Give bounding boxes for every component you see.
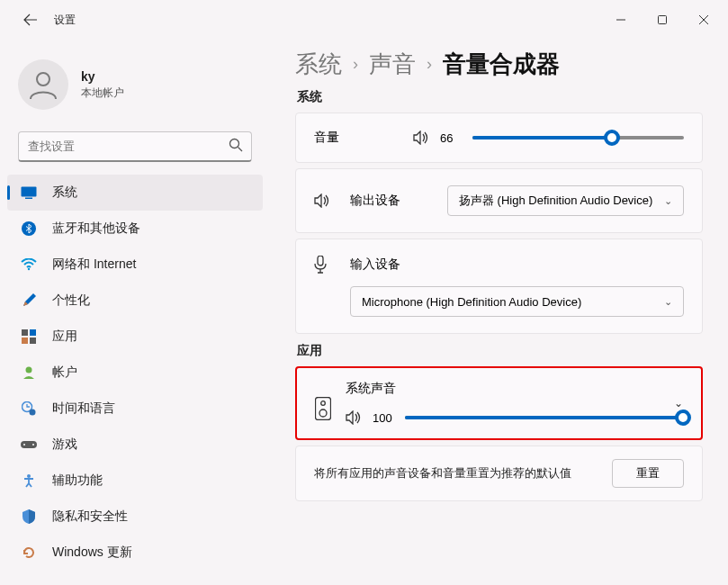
sidebar-item-label: 系统 [52, 184, 77, 201]
apps-icon [20, 328, 38, 346]
svg-point-21 [319, 410, 327, 417]
system-sounds-card[interactable]: 系统声音 100 ⌄ [295, 366, 703, 440]
svg-point-2 [230, 140, 239, 148]
volume-value: 66 [440, 131, 469, 145]
sidebar-item-label: 游戏 [52, 436, 77, 453]
svg-point-13 [30, 410, 36, 416]
sidebar-item-bluetooth[interactable]: 蓝牙和其他设备 [0, 211, 270, 247]
input-device-card: 输入设备 Microphone (High Definition Audio D… [295, 238, 703, 334]
input-device-label: 输入设备 [350, 256, 431, 273]
sidebar-item-system[interactable]: 系统 [7, 175, 263, 211]
app-volume-slider[interactable] [405, 410, 683, 426]
search-input[interactable] [18, 131, 252, 162]
sidebar-item-label: 时间和语言 [52, 400, 115, 417]
chevron-down-icon: ⌄ [664, 195, 672, 207]
back-arrow-icon [23, 13, 38, 27]
app-title: 设置 [54, 13, 76, 28]
wifi-icon [20, 256, 38, 274]
system-icon [20, 184, 38, 202]
breadcrumb-mixer: 音量合成器 [443, 49, 560, 80]
svg-rect-3 [22, 187, 37, 197]
sidebar-item-network[interactable]: 网络和 Internet [0, 247, 270, 283]
sidebar-item-update[interactable]: Windows 更新 [0, 535, 270, 571]
svg-rect-8 [30, 329, 36, 336]
sidebar-item-personalization[interactable]: 个性化 [0, 283, 270, 319]
section-label-apps: 应用 [297, 343, 703, 359]
sidebar-item-label: 辅助功能 [52, 472, 103, 489]
svg-point-20 [321, 401, 326, 406]
maximize-button[interactable] [642, 5, 683, 34]
volume-label: 音量 [314, 130, 413, 146]
chevron-down-icon: ⌄ [674, 397, 683, 410]
profile-block[interactable]: ky 本地帐户 [0, 50, 270, 126]
sidebar-item-label: 应用 [52, 328, 77, 345]
speaker-icon [314, 194, 334, 208]
svg-point-16 [32, 444, 34, 446]
app-volume-value: 100 [373, 411, 401, 425]
reset-description: 将所有应用的声音设备和音量重置为推荐的默认值 [314, 464, 571, 482]
section-label-system: 系统 [297, 89, 703, 105]
output-device-select[interactable]: 扬声器 (High Definition Audio Device) ⌄ [447, 185, 684, 216]
microphone-icon [314, 256, 334, 274]
sidebar-item-label: 网络和 Internet [52, 256, 136, 273]
accessibility-icon [20, 472, 38, 490]
svg-rect-9 [22, 338, 28, 344]
sidebar-item-label: 个性化 [52, 292, 90, 309]
breadcrumb: 系统 › 声音 › 音量合成器 [295, 49, 703, 80]
brush-icon [20, 292, 38, 310]
search-icon [229, 138, 243, 152]
shield-icon [20, 508, 38, 526]
system-sounds-title: 系统声音 [346, 381, 683, 397]
close-button[interactable] [683, 5, 724, 34]
sidebar-item-label: Windows 更新 [52, 544, 132, 561]
sidebar-item-privacy[interactable]: 隐私和安全性 [0, 499, 270, 535]
nav-list: 系统 蓝牙和其他设备 网络和 Internet 个性化 应用 帐户 [0, 175, 270, 571]
sidebar-item-label: 帐户 [52, 364, 77, 381]
content-area: 系统 › 声音 › 音量合成器 系统 音量 66 [270, 40, 728, 585]
svg-point-6 [28, 268, 30, 270]
svg-rect-18 [318, 256, 323, 266]
speaker-icon[interactable] [413, 130, 431, 145]
output-device-label: 输出设备 [350, 193, 431, 209]
svg-rect-0 [659, 16, 667, 24]
svg-rect-10 [30, 338, 36, 344]
svg-point-11 [26, 367, 32, 374]
output-device-value: 扬声器 (High Definition Audio Device) [459, 193, 652, 209]
sidebar: ky 本地帐户 系统 蓝牙和其他设备 网络和 Internet [0, 40, 270, 585]
update-icon [20, 544, 38, 562]
minimize-icon [616, 15, 625, 24]
output-device-card: 输出设备 扬声器 (High Definition Audio Device) … [295, 168, 703, 233]
bluetooth-icon [20, 220, 38, 238]
avatar [18, 59, 68, 110]
close-icon [699, 15, 708, 24]
sidebar-item-apps[interactable]: 应用 [0, 319, 270, 355]
sidebar-item-accessibility[interactable]: 辅助功能 [0, 463, 270, 499]
sidebar-item-time[interactable]: 时间和语言 [0, 391, 270, 427]
sidebar-item-gaming[interactable]: 游戏 [0, 427, 270, 463]
svg-point-15 [23, 444, 25, 446]
system-sound-icon [315, 397, 331, 420]
chevron-down-icon: ⌄ [664, 296, 672, 308]
titlebar: 设置 [0, 0, 728, 40]
svg-point-1 [37, 73, 49, 86]
chevron-right-icon: › [353, 55, 358, 74]
sidebar-item-label: 隐私和安全性 [52, 508, 128, 525]
back-button[interactable] [13, 2, 49, 38]
profile-name: ky [81, 69, 124, 84]
account-icon [20, 364, 38, 382]
gamepad-icon [20, 436, 38, 454]
reset-button[interactable]: 重置 [612, 459, 684, 488]
volume-slider[interactable] [472, 130, 684, 146]
person-icon [25, 67, 61, 103]
volume-card: 音量 66 [295, 112, 703, 163]
svg-rect-14 [21, 441, 37, 448]
sidebar-item-label: 蓝牙和其他设备 [52, 220, 140, 237]
minimize-button[interactable] [600, 5, 642, 34]
svg-rect-4 [25, 198, 32, 200]
input-device-select[interactable]: Microphone (High Definition Audio Device… [350, 286, 684, 317]
breadcrumb-sound[interactable]: 声音 [369, 49, 416, 80]
svg-rect-7 [22, 329, 28, 336]
speaker-icon[interactable] [346, 410, 364, 425]
sidebar-item-accounts[interactable]: 帐户 [0, 355, 270, 391]
breadcrumb-system[interactable]: 系统 [295, 49, 342, 80]
